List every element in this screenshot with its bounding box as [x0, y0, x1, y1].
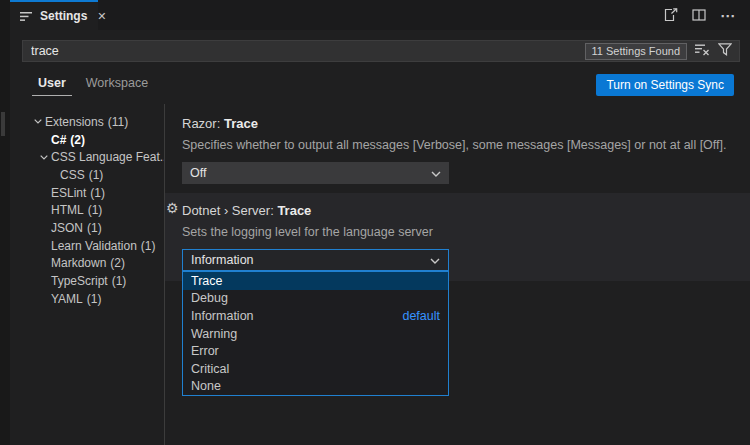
tree-item-label: YAML: [51, 292, 83, 306]
tree-item-typescript[interactable]: TypeScript (1): [10, 272, 164, 290]
option-label: None: [191, 379, 221, 393]
option-label: Trace: [191, 274, 223, 288]
search-controls: 11 Settings Found: [585, 42, 732, 60]
tree-item-yaml[interactable]: YAML (1): [10, 290, 164, 308]
setting-title: Razor: Trace: [182, 116, 750, 132]
tree-item-count: (2): [110, 256, 125, 270]
scope-row: User Workspace Turn on Settings Sync: [10, 68, 750, 104]
tree-item-html[interactable]: HTML (1): [10, 201, 164, 219]
tree-item-count: (1): [112, 274, 127, 288]
activity-strip: [0, 0, 10, 445]
tree-item-markdown[interactable]: Markdown (2): [10, 255, 164, 273]
tree-item-eslint[interactable]: ESLint (1): [10, 184, 164, 202]
trace-level-dropdown: Trace Debug Information default Warning: [182, 271, 449, 396]
setting-dotnet-server-trace: ⚙ Dotnet › Server: Trace Sets the loggin…: [165, 193, 750, 281]
search-box: 11 Settings Found: [22, 40, 740, 62]
tree-item-label: TypeScript: [51, 274, 108, 288]
settings-tree: Extensions (11) C# (2) CSS Language Feat…: [10, 104, 164, 445]
tree-item-label: CSS: [60, 168, 85, 182]
chevron-down-icon: [430, 253, 440, 267]
tab-settings[interactable]: Settings ✕: [10, 0, 98, 30]
turn-on-settings-sync-button[interactable]: Turn on Settings Sync: [596, 74, 734, 96]
option-label: Warning: [191, 327, 237, 341]
tree-item-label: JSON: [51, 221, 83, 235]
filter-icon[interactable]: [718, 42, 732, 60]
tree-item-count: (1): [141, 239, 156, 253]
tree-item-css[interactable]: CSS (1): [10, 166, 164, 184]
tree-item-count: (1): [90, 186, 105, 200]
setting-razor-trace: Razor: Trace Specifies whether to output…: [182, 116, 750, 184]
selected-value: Off: [190, 166, 206, 180]
setting-category: Razor:: [182, 116, 224, 131]
option-label: Critical: [191, 362, 229, 376]
setting-category: Dotnet › Server:: [182, 203, 277, 218]
clear-search-results-icon[interactable]: [695, 42, 710, 60]
tree-item-label: Extensions: [45, 115, 104, 129]
tab-title: Settings: [40, 9, 87, 23]
results-count-badge: 11 Settings Found: [585, 43, 687, 60]
tree-item-label: ESLint: [51, 186, 86, 200]
default-badge: default: [402, 309, 440, 323]
tree-item-css-language-features[interactable]: CSS Language Feat... (1): [10, 148, 164, 166]
tab-user[interactable]: User: [32, 74, 72, 96]
option-debug[interactable]: Debug: [183, 290, 448, 308]
tree-item-json[interactable]: JSON (1): [10, 219, 164, 237]
option-label: Information: [191, 309, 254, 323]
option-warning[interactable]: Warning: [183, 325, 448, 343]
search-row: 11 Settings Found: [10, 30, 750, 68]
tree-item-count: (1): [89, 168, 104, 182]
split-editor-icon[interactable]: [692, 9, 706, 21]
strip-marker: [1, 112, 5, 136]
settings-window: Settings ✕ ⋯: [0, 0, 750, 445]
setting-title: Dotnet › Server: Trace: [182, 203, 750, 219]
setting-name: Trace: [224, 116, 258, 131]
tree-item-count: (11): [108, 115, 128, 129]
tree-item-extensions[interactable]: Extensions (11): [10, 113, 164, 131]
tree-item-learn-validation[interactable]: Learn Validation (1): [10, 237, 164, 255]
open-settings-json-icon[interactable]: [663, 8, 678, 22]
option-error[interactable]: Error: [183, 342, 448, 360]
option-trace[interactable]: Trace: [183, 272, 448, 290]
tab-workspace[interactable]: Workspace: [80, 74, 154, 95]
option-label: Debug: [191, 291, 228, 305]
setting-description: Sets the logging level for the language …: [182, 224, 750, 240]
tree-item-label: HTML: [51, 203, 84, 217]
chevron-down-icon: [40, 155, 51, 160]
settings-tab-icon: [20, 11, 34, 22]
option-information[interactable]: Information default: [183, 307, 448, 325]
chevron-down-icon: [34, 119, 45, 124]
setting-description: Specifies whether to output all messages…: [182, 137, 750, 153]
settings-panel: Razor: Trace Specifies whether to output…: [165, 104, 750, 445]
editor-actions: ⋯: [663, 0, 750, 30]
tree-item-label: Learn Validation: [51, 239, 137, 253]
tab-bar: Settings ✕ ⋯: [10, 0, 750, 30]
more-actions-icon[interactable]: ⋯: [720, 8, 736, 23]
tree-item-label: C#: [51, 133, 66, 147]
tree-item-count: (1): [88, 203, 103, 217]
editor-area: Settings ✕ ⋯: [10, 0, 750, 445]
dotnet-trace-select[interactable]: Information: [182, 249, 449, 271]
chevron-down-icon: [431, 166, 441, 180]
option-none[interactable]: None: [183, 378, 448, 396]
gear-icon[interactable]: ⚙: [166, 201, 179, 215]
tree-item-count: (1): [87, 221, 102, 235]
close-icon[interactable]: ✕: [97, 11, 106, 22]
search-input[interactable]: [31, 44, 585, 58]
tree-item-csharp[interactable]: C# (2): [10, 131, 164, 149]
tree-item-count: (1): [87, 292, 102, 306]
setting-name: Trace: [277, 203, 311, 218]
selected-value: Information: [191, 253, 254, 267]
option-critical[interactable]: Critical: [183, 360, 448, 378]
dotnet-trace-combo: Information Trace Debug: [182, 249, 449, 271]
tree-item-label: Markdown: [51, 256, 106, 270]
tree-item-count: (2): [70, 133, 85, 147]
tree-item-label: CSS Language Feat...: [51, 150, 164, 164]
razor-trace-select[interactable]: Off: [182, 162, 449, 184]
option-label: Error: [191, 344, 219, 358]
settings-content: Extensions (11) C# (2) CSS Language Feat…: [10, 104, 750, 445]
